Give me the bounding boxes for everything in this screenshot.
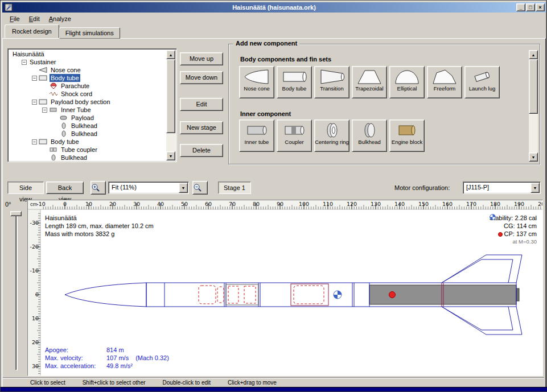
tree-item-rocket-root[interactable]: Haisunäätä xyxy=(9,50,166,58)
add-freeform-fin-button[interactable]: Freeform xyxy=(427,66,462,98)
menu-analyze[interactable]: Analyze xyxy=(44,14,76,24)
taskbar-edge xyxy=(1,387,547,391)
bodytube-icon xyxy=(281,68,307,85)
collapse-icon[interactable]: − xyxy=(32,139,37,145)
tree-item-shock-cord[interactable]: Shock cord xyxy=(9,90,166,98)
svg-text:100: 100 xyxy=(299,201,309,207)
add-inner-tube-button[interactable]: Inner tube xyxy=(239,119,274,152)
tree-item-sustainer[interactable]: −Sustainer xyxy=(9,58,166,66)
svg-text:110: 110 xyxy=(323,201,333,207)
move-up-button[interactable]: Move up xyxy=(180,52,223,65)
internal-components xyxy=(199,286,324,304)
cp-marker xyxy=(389,292,396,298)
rotation-slider-track[interactable] xyxy=(15,212,18,370)
tree-item-body-tube[interactable]: −Body tube xyxy=(9,74,166,82)
tree-item-bulkhead[interactable]: Bulkhead xyxy=(9,122,166,130)
svg-text:170: 170 xyxy=(466,201,476,207)
svg-text:150: 150 xyxy=(418,201,429,207)
menu-bar: File Edit Analyze xyxy=(3,13,544,24)
svg-text:40: 40 xyxy=(157,201,164,207)
component-tree: Haisunäätä −Sustainer Nose cone −Body tu… xyxy=(7,48,177,162)
svg-text:70: 70 xyxy=(229,201,236,207)
svg-text:30: 30 xyxy=(133,201,140,207)
status-bar: Click to select Shift+click to select ot… xyxy=(3,377,544,387)
scroll-up-icon[interactable]: ▲ xyxy=(166,50,175,59)
tree-item-payload-body-section[interactable]: −Payload body section xyxy=(9,98,166,106)
add-trapezoidal-fin-button[interactable]: Trapezoidal xyxy=(352,66,387,98)
component-panel-scrollbar[interactable]: ▲ ▼ xyxy=(529,50,538,162)
app-icon[interactable] xyxy=(5,3,13,11)
minimize-icon[interactable]: _ xyxy=(516,3,525,11)
tree-item-inner-tube[interactable]: −Inner Tube xyxy=(9,106,166,114)
chevron-down-icon[interactable]: ▼ xyxy=(530,183,540,193)
tree-scrollbar[interactable]: ▲ ▼ xyxy=(166,50,175,160)
zoom-combo[interactable]: Fit (11%) ▼ xyxy=(108,181,189,194)
menu-file[interactable]: File xyxy=(5,14,24,24)
add-nose-cone-button[interactable]: Nose cone xyxy=(239,66,274,98)
payload-icon xyxy=(59,114,68,121)
scroll-down-icon[interactable]: ▼ xyxy=(166,151,175,160)
centering-ring-icon xyxy=(319,122,345,139)
tree-item-parachute[interactable]: Parachute xyxy=(9,82,166,90)
maximize-icon[interactable]: □ xyxy=(526,3,535,11)
new-stage-button[interactable]: New stage xyxy=(180,121,223,134)
svg-text:20: 20 xyxy=(109,201,116,207)
add-bulkhead-button[interactable]: Bulkhead xyxy=(352,119,387,152)
close-icon[interactable]: × xyxy=(536,3,545,11)
svg-text:-10: -10 xyxy=(30,267,39,274)
move-down-button[interactable]: Move down xyxy=(180,71,223,84)
bulkhead-icon xyxy=(59,122,68,129)
zoom-out-button[interactable] xyxy=(192,181,208,195)
svg-text:140: 140 xyxy=(394,201,405,207)
cg-marker xyxy=(334,291,342,299)
collapse-icon[interactable]: − xyxy=(32,76,37,81)
scrollbar-thumb[interactable] xyxy=(529,59,538,114)
svg-text:10: 10 xyxy=(85,201,92,207)
motor-configuration-combo[interactable]: [J115-P] ▼ xyxy=(463,181,541,194)
tab-flight-simulations[interactable]: Flight simulations xyxy=(59,27,120,39)
rocket-diagram-canvas[interactable]: -100102030405060708090100110120130140150… xyxy=(27,200,543,376)
add-coupler-button[interactable]: Coupler xyxy=(277,119,312,152)
stability-info-block: Stability: 2.28 cal CG: 114 cm CP: 137 c… xyxy=(490,214,537,246)
tree-item-nose-cone[interactable]: Nose cone xyxy=(9,66,166,74)
max-velocity-value: 107 m/s xyxy=(106,354,129,361)
tree-item-payload[interactable]: Payload xyxy=(9,114,166,122)
menu-edit[interactable]: Edit xyxy=(24,14,44,24)
delete-button[interactable]: Delete xyxy=(180,144,223,157)
collapse-icon[interactable]: − xyxy=(42,108,47,113)
tab-rocket-design[interactable]: Rocket design xyxy=(5,24,59,38)
collapse-icon[interactable]: − xyxy=(32,100,37,105)
tree-item-body-tube-2[interactable]: −Body tube xyxy=(9,138,166,146)
nosecone-icon xyxy=(244,68,270,85)
side-view-button[interactable]: Side view xyxy=(7,181,44,194)
title-bar[interactable]: Haisunäätä (haisunaata.ork) _ □ × xyxy=(2,2,546,13)
svg-text:80: 80 xyxy=(253,201,260,207)
add-centering-ring-button[interactable]: Centering ring xyxy=(314,119,349,152)
nosecone-icon xyxy=(39,67,48,73)
svg-text:60: 60 xyxy=(205,201,212,207)
rocket-mass: Mass with motors 3832 g xyxy=(45,230,154,238)
scroll-up-icon[interactable]: ▲ xyxy=(529,50,538,59)
zoom-in-button[interactable] xyxy=(91,181,106,195)
add-transition-button[interactable]: Transition xyxy=(314,66,349,98)
add-body-tube-button[interactable]: Body tube xyxy=(277,66,312,98)
edit-button[interactable]: Edit xyxy=(180,98,223,111)
tree-item-tube-coupler[interactable]: Tube coupler xyxy=(9,146,166,154)
hint-shift-click: Shift+click to select other xyxy=(83,379,146,386)
tree-item-bulkhead-3[interactable]: Bulkhead xyxy=(9,154,166,160)
mach-note: at M=0.30 xyxy=(490,238,537,246)
motor-nozzle xyxy=(516,288,519,301)
add-engine-block-button[interactable]: Engine block xyxy=(389,119,425,152)
back-view-button[interactable]: Back view xyxy=(46,181,84,194)
add-launch-lug-button[interactable]: Launch lug xyxy=(464,66,500,98)
stage-1-toggle[interactable]: Stage 1 xyxy=(218,181,251,194)
scrollbar-thumb[interactable] xyxy=(166,59,175,133)
add-elliptical-fin-button[interactable]: Elliptical xyxy=(389,66,425,98)
chevron-down-icon[interactable]: ▼ xyxy=(179,183,188,193)
shockcord-icon xyxy=(49,90,58,97)
body-components-label: Body components and fin sets xyxy=(240,56,331,63)
collapse-icon[interactable]: − xyxy=(22,60,27,65)
rotation-slider-thumb[interactable] xyxy=(10,211,22,216)
scroll-down-icon[interactable]: ▼ xyxy=(529,152,538,162)
tree-item-bulkhead[interactable]: Bulkhead xyxy=(9,130,166,138)
